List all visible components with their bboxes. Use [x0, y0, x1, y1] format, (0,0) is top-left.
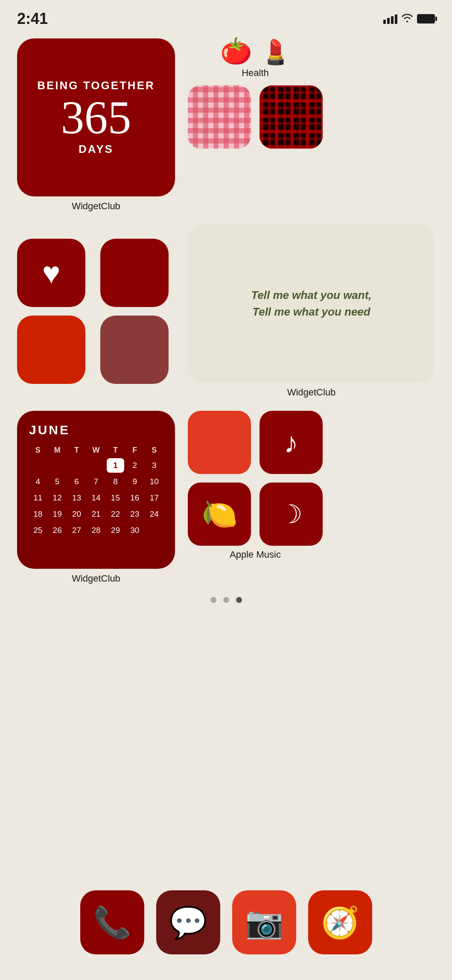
row3: June S M T W T F S 1 2 3	[17, 411, 435, 584]
page-dot-2	[223, 597, 229, 603]
cal-day-empty	[48, 458, 66, 473]
days-widget-caption: WidgetClub	[17, 201, 175, 212]
app-tile-red-blank[interactable]	[188, 411, 251, 474]
cal-header-sat: S	[146, 444, 163, 456]
calendar-widget-wrapper: June S M T W T F S 1 2 3	[17, 411, 175, 584]
cal-day-25[interactable]: 25	[29, 523, 47, 538]
cal-day-empty	[68, 458, 85, 473]
cal-day-7[interactable]: 7	[87, 474, 105, 489]
music-note-icon: ♪	[284, 426, 298, 459]
cal-day-16[interactable]: 16	[126, 491, 143, 505]
dock-compass-icon[interactable]: 🧭	[308, 890, 372, 954]
cal-day-4[interactable]: 4	[29, 474, 47, 489]
plaid-icon[interactable]	[260, 85, 323, 149]
dock-camera-icon[interactable]: 📷	[232, 890, 296, 954]
app-tile-heart[interactable]: ♥	[17, 239, 85, 307]
wifi-icon	[402, 13, 413, 25]
quote-widget-caption: WidgetClub	[188, 387, 435, 398]
calendar-grid: S M T W T F S 1 2 3 4 5	[29, 444, 163, 538]
status-bar: 2:41	[0, 0, 452, 30]
cal-day-empty	[87, 458, 105, 473]
days-widget-number: 365	[61, 94, 131, 141]
cal-day-26[interactable]: 26	[48, 523, 66, 538]
plaid-pattern	[260, 85, 323, 149]
row1: Being together 365 Days WidgetClub 🍅 💄 H…	[17, 38, 435, 212]
cal-day-2[interactable]: 2	[126, 458, 143, 473]
cal-day-13[interactable]: 13	[68, 491, 85, 505]
heart-icon: ♥	[42, 255, 61, 290]
cal-day-3[interactable]: 3	[146, 458, 163, 473]
cal-day-27[interactable]: 27	[68, 523, 85, 538]
app-tile-2[interactable]	[100, 239, 169, 307]
cal-day-12[interactable]: 12	[48, 491, 66, 505]
gingham-icon[interactable]	[188, 85, 251, 149]
tomato-icon: 🍅	[220, 38, 252, 64]
cal-day-29[interactable]: 29	[107, 523, 124, 538]
quote-widget[interactable]: Tell me what you want,Tell me what you n…	[188, 225, 435, 383]
compass-icon: 🧭	[321, 904, 359, 941]
page-dot-1	[210, 597, 216, 603]
cal-header-mon: M	[48, 444, 66, 456]
health-group[interactable]: 🍅 💄 Health	[188, 38, 323, 79]
cal-header-thu: T	[107, 444, 124, 456]
apple-music-label: Apple Music	[188, 549, 323, 560]
cal-header-wed: W	[87, 444, 105, 456]
dock-messages-icon[interactable]: 💬	[156, 890, 220, 954]
camera-icon: 📷	[245, 904, 283, 941]
cal-day-10[interactable]: 10	[146, 474, 163, 489]
apple-music-icon[interactable]: ♪	[260, 411, 323, 474]
days-widget[interactable]: Being together 365 Days	[17, 38, 175, 196]
cal-day-23[interactable]: 23	[126, 507, 143, 521]
messages-icon: 💬	[169, 904, 207, 941]
dock: 📞 💬 📷 🧭	[0, 882, 452, 963]
cal-day-9[interactable]: 9	[126, 474, 143, 489]
days-widget-line1: Being together	[37, 79, 155, 92]
health-label: Health	[242, 67, 269, 79]
moon-app-icon[interactable]: ☽	[260, 483, 323, 546]
row2-app-tiles: ♥	[17, 239, 175, 384]
phone-icon: 📞	[93, 904, 131, 941]
lipstick-icon: 💄	[261, 40, 291, 64]
cal-day-17[interactable]: 17	[146, 491, 163, 505]
app-tile-3[interactable]	[17, 316, 85, 384]
cal-day-15[interactable]: 15	[107, 491, 124, 505]
days-widget-wrapper: Being together 365 Days WidgetClub	[17, 38, 175, 212]
moon-icon: ☽	[280, 499, 303, 529]
health-icons: 🍅 💄	[220, 38, 291, 64]
page-dot-3	[236, 597, 242, 603]
leaf-app-icon[interactable]: 🍋	[188, 483, 251, 546]
cal-day-21[interactable]: 21	[87, 507, 105, 521]
cal-day-empty	[29, 458, 47, 473]
row3-right: ♪ 🍋 ☽	[188, 411, 323, 546]
signal-icon	[383, 14, 397, 24]
gingham-pattern	[188, 85, 251, 149]
row2: ♥ Tell me what you want,Tell me what you…	[17, 225, 435, 398]
app-tile-4[interactable]	[100, 316, 169, 384]
cal-day-empty	[146, 523, 163, 538]
cal-header-tue: T	[68, 444, 85, 456]
cal-day-1[interactable]: 1	[107, 458, 124, 473]
dock-phone-icon[interactable]: 📞	[80, 890, 144, 954]
cal-day-18[interactable]: 18	[29, 507, 47, 521]
apple-music-wrapper: ♪	[260, 411, 323, 474]
cal-day-20[interactable]: 20	[68, 507, 85, 521]
cal-day-6[interactable]: 6	[68, 474, 85, 489]
cal-header-fri: F	[126, 444, 143, 456]
days-widget-line2: Days	[79, 143, 114, 156]
calendar-widget[interactable]: June S M T W T F S 1 2 3	[17, 411, 175, 569]
quote-text: Tell me what you want,Tell me what you n…	[251, 287, 371, 320]
home-screen: Being together 365 Days WidgetClub 🍅 💄 H…	[0, 30, 452, 624]
leaf-icon: 🍋	[201, 497, 238, 531]
cal-day-8[interactable]: 8	[107, 474, 124, 489]
page-dots	[17, 597, 435, 603]
cal-day-30[interactable]: 30	[126, 523, 143, 538]
cal-day-5[interactable]: 5	[48, 474, 66, 489]
cal-day-11[interactable]: 11	[29, 491, 47, 505]
cal-day-22[interactable]: 22	[107, 507, 124, 521]
cal-day-14[interactable]: 14	[87, 491, 105, 505]
cal-day-24[interactable]: 24	[146, 507, 163, 521]
cal-header-sun: S	[29, 444, 47, 456]
calendar-month: June	[29, 423, 163, 437]
cal-day-19[interactable]: 19	[48, 507, 66, 521]
cal-day-28[interactable]: 28	[87, 523, 105, 538]
